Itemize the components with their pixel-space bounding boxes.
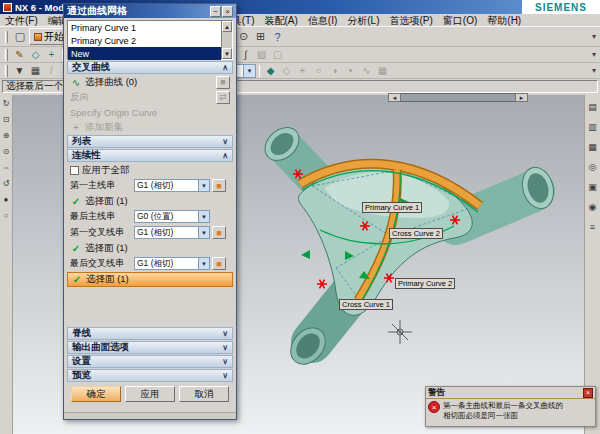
menu-help[interactable]: 帮助(H) — [482, 14, 526, 27]
sketch-icon[interactable]: ✎ — [12, 48, 27, 62]
snap-arc-center-icon[interactable]: ○ — [311, 64, 326, 78]
curve-label-primary-2[interactable]: Primary Curve 2 — [395, 278, 455, 289]
select-face-icon[interactable]: ▦ — [28, 64, 43, 78]
snap-point-on-face-icon[interactable]: ▦ — [375, 64, 390, 78]
snap-point-on-curve-icon[interactable]: ∿ — [359, 64, 374, 78]
first-cross-continuity-select[interactable]: G1 (相切) ▼ — [134, 226, 210, 239]
dialog-minimize-button[interactable]: − — [210, 6, 221, 17]
menu-assemblies[interactable]: 装配(A) — [259, 14, 302, 27]
select-edge-icon[interactable]: / — [44, 64, 59, 78]
cancel-button[interactable]: 取消 — [179, 386, 229, 402]
toolbar-overflow-icon[interactable]: ▾ — [592, 32, 598, 41]
last-cross-continuity-select[interactable]: G1 (相切) ▼ — [134, 257, 210, 270]
swept-icon[interactable]: ∫ — [238, 48, 253, 62]
list-item[interactable]: Primary Curve 1 — [68, 21, 221, 34]
toolbar-grip[interactable] — [5, 31, 8, 43]
section-preview[interactable]: 预览 ∨ — [67, 369, 233, 382]
curve-label-cross-2[interactable]: Cross Curve 2 — [389, 228, 443, 239]
menu-file[interactable]: 文件(F) — [0, 14, 43, 27]
snap-quadrant-icon[interactable]: ◑ — [327, 64, 342, 78]
face-select-button[interactable]: ■ — [212, 226, 226, 239]
toolbar-grip[interactable] — [5, 65, 8, 77]
wireframe-view-icon[interactable]: ○ — [1, 210, 12, 221]
command-finder-icon[interactable]: ⊙ — [236, 29, 252, 45]
last-primary-continuity-select[interactable]: G0 (位置) ▼ — [134, 210, 210, 223]
zoom-icon[interactable]: ⊙ — [1, 146, 12, 157]
datum-csys-icon[interactable]: + — [44, 48, 59, 62]
chevron-down-icon[interactable]: ▼ — [243, 65, 255, 77]
datum-plane-icon[interactable]: ◇ — [28, 48, 43, 62]
help-icon[interactable]: ? — [270, 29, 286, 45]
curve-options-button[interactable]: ■ — [216, 76, 230, 89]
fit-view-icon[interactable]: ⊡ — [1, 114, 12, 125]
section-output-surface[interactable]: 输出曲面选项 ∨ — [67, 341, 233, 354]
pan-icon[interactable]: ⇔ — [1, 162, 12, 173]
new-icon[interactable]: ▢ — [12, 29, 28, 45]
scroll-up-icon[interactable]: ▲ — [222, 21, 232, 32]
chevron-down-icon[interactable]: ▼ — [198, 227, 209, 238]
primary-curve-list[interactable]: Primary Curve 1 Primary Curve 2 New ▲ ▼ — [67, 20, 233, 60]
scroll-right-icon[interactable]: ► — [515, 93, 528, 102]
first-cross-face-row[interactable]: ✓ 选择面 (1) — [67, 241, 233, 255]
list-item[interactable]: Primary Curve 2 — [68, 34, 221, 47]
reuse-library-icon[interactable]: ◎ — [586, 160, 599, 173]
toolbar-overflow-icon[interactable]: ▾ — [592, 66, 598, 75]
part-navigator-icon[interactable]: ▦ — [586, 140, 599, 153]
section-list[interactable]: 列表 ∨ — [67, 135, 233, 148]
scroll-track[interactable] — [401, 93, 515, 102]
section-settings[interactable]: 设置 ∨ — [67, 355, 233, 368]
reverse-button[interactable]: ⇄ — [216, 91, 230, 104]
shaded-view-icon[interactable]: ● — [1, 194, 12, 205]
snap-existing-point-icon[interactable]: • — [343, 64, 358, 78]
last-cross-face-row-active[interactable]: ✓ 选择面 (1) — [67, 272, 233, 287]
rotate-view-icon[interactable]: ↺ — [1, 178, 12, 189]
toolbar-grip[interactable] — [5, 49, 8, 61]
viewport-scrollbar[interactable]: ◄ ► — [388, 93, 528, 102]
zoom-in-icon[interactable]: ⊕ — [1, 130, 12, 141]
apply-all-checkbox[interactable] — [70, 166, 79, 175]
menu-analysis[interactable]: 分析(L) — [342, 14, 384, 27]
warning-close-button[interactable]: × — [583, 388, 593, 398]
scroll-down-icon[interactable]: ▼ — [222, 48, 232, 59]
hd3d-tools-icon[interactable]: ▣ — [586, 180, 599, 193]
viewport-3d-model[interactable] — [250, 108, 580, 398]
face-select-button[interactable]: ■ — [212, 179, 226, 192]
list-scrollbar[interactable]: ▲ ▼ — [221, 21, 232, 59]
internet-explorer-icon[interactable]: ◉ — [586, 200, 599, 213]
refresh-view-icon[interactable]: ↻ — [1, 98, 12, 109]
chevron-down-icon[interactable]: ▼ — [198, 211, 209, 222]
menu-preferences[interactable]: 首选项(P) — [385, 14, 438, 27]
ok-button[interactable]: 确定 — [71, 386, 121, 402]
scroll-left-icon[interactable]: ◄ — [388, 93, 401, 102]
face-select-button[interactable]: ■ — [212, 257, 226, 270]
select-curve-row[interactable]: ∿ 选择曲线 (0) ■ — [67, 75, 233, 89]
section-spine[interactable]: 脊线 ∨ — [67, 327, 233, 340]
snap-mid-point-icon[interactable]: ◇ — [279, 64, 294, 78]
list-item-selected[interactable]: New — [68, 47, 221, 60]
snap-intersection-icon[interactable]: + — [295, 64, 310, 78]
section-cross-curves[interactable]: 交叉曲线 ∧ — [67, 61, 233, 74]
curve-label-cross-1[interactable]: Cross Curve 1 — [339, 299, 393, 310]
dialog-title-bar[interactable]: 通过曲线网格 − × — [64, 4, 236, 18]
snap-end-point-icon[interactable]: ◆ — [263, 64, 278, 78]
shell-icon[interactable]: ▢ — [270, 48, 285, 62]
apply-button[interactable]: 应用 — [125, 386, 175, 402]
menu-information[interactable]: 信息(I) — [303, 14, 342, 27]
window-icon[interactable]: ⊞ — [253, 29, 269, 45]
section-label: 交叉曲线 — [72, 61, 110, 74]
toolbar-overflow-icon[interactable]: ▾ — [592, 50, 598, 59]
dialog-resize-grip[interactable] — [64, 412, 236, 419]
history-icon[interactable]: ≡ — [586, 220, 599, 233]
dialog-close-button[interactable]: × — [222, 6, 233, 17]
select-filter-icon[interactable]: ▼ — [12, 64, 27, 78]
first-primary-continuity-select[interactable]: G1 (相切) ▼ — [134, 179, 210, 192]
section-continuity[interactable]: 连续性 ∧ — [67, 149, 233, 162]
first-primary-face-row[interactable]: ✓ 选择面 (1) — [67, 194, 233, 208]
chevron-down-icon[interactable]: ▼ — [198, 258, 209, 269]
menu-window[interactable]: 窗口(O) — [438, 14, 482, 27]
curve-label-primary-1[interactable]: Primary Curve 1 — [362, 202, 422, 213]
chevron-down-icon[interactable]: ▼ — [198, 180, 209, 191]
trim-body-icon[interactable]: ▧ — [254, 48, 269, 62]
assembly-navigator-icon[interactable]: ▤ — [586, 100, 599, 113]
constraint-navigator-icon[interactable]: ▥ — [586, 120, 599, 133]
